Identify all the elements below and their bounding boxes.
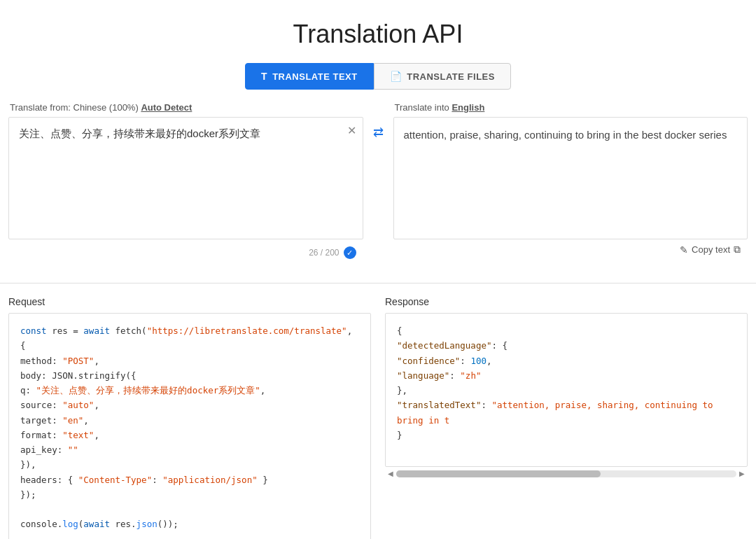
page-title: Translation API (0, 0, 756, 63)
code-token: source: (20, 400, 62, 410)
code-token: "detectedLanguage" (397, 340, 491, 351)
code-token: , (94, 430, 99, 440)
tab-bar: T TRANSLATE TEXT 📄 TRANSLATE FILES (0, 63, 756, 90)
code-token: await (83, 326, 110, 336)
code-line: } (397, 428, 736, 442)
code-token: , (94, 356, 99, 366)
scrollbar-area: ◀ ▶ (385, 467, 748, 477)
scroll-right-arrow[interactable]: ▶ (736, 470, 748, 477)
text-icon: T (261, 71, 267, 82)
code-line: q: "关注、点赞、分享，持续带来最好的docker系列文章", (20, 383, 359, 398)
code-token: json (136, 519, 158, 529)
code-line: }); (20, 487, 359, 502)
swap-button-wrap: ⇄ (363, 102, 393, 143)
code-line: method: "POST", (20, 354, 359, 368)
code-token: ()); (158, 519, 178, 529)
section-divider (0, 283, 756, 284)
output-footer: ✎ Copy text ⧉ (393, 239, 748, 260)
code-line: const res = await fetch("https://libretr… (20, 323, 359, 354)
code-token: : (481, 400, 491, 410)
pencil-icon: ✎ (680, 244, 688, 255)
code-token: "POST" (62, 356, 94, 366)
code-line: }, (397, 383, 736, 398)
response-label: Response (385, 296, 748, 307)
code-token: "关注、点赞、分享，持续带来最好的docker系列文章" (36, 385, 260, 396)
code-gap (371, 296, 385, 539)
code-token: target: (20, 415, 62, 426)
tab-translate-text-label: TRANSLATE TEXT (272, 71, 358, 82)
code-token: "confidence" (397, 356, 460, 366)
source-panel: Translate from: Chinese (100%) Auto Dete… (8, 102, 363, 263)
code-section: Request const res = await fetch("https:/… (0, 296, 756, 539)
source-text-input[interactable]: 关注、点赞、分享，持续带来最好的docker系列文章 (8, 117, 363, 239)
code-token: await (83, 519, 110, 529)
code-token: : { (491, 340, 507, 351)
code-line: { (397, 323, 736, 338)
code-token: }), (20, 459, 36, 470)
code-token: console. (20, 519, 62, 529)
target-lang-label: Translate into English (393, 102, 748, 113)
scrollbar-track[interactable] (396, 470, 736, 477)
tab-translate-files[interactable]: 📄 TRANSLATE FILES (374, 63, 511, 90)
request-panel: Request const res = await fetch("https:/… (8, 296, 371, 539)
code-token: "Content-Type" (78, 475, 152, 485)
target-lang-link[interactable]: English (451, 102, 484, 113)
code-line: target: "en", (20, 413, 359, 428)
code-token: }, (397, 385, 407, 396)
code-line: headers: { "Content-Type": "application/… (20, 472, 359, 487)
code-token: headers: { (20, 475, 78, 485)
copy-icon: ⧉ (734, 244, 741, 255)
code-line: }), (20, 457, 359, 472)
response-code-box: { "detectedLanguage": { "confidence": 10… (385, 313, 748, 467)
code-token: : (460, 356, 470, 366)
code-token: "zh" (460, 370, 481, 381)
request-label: Request (8, 296, 371, 307)
tab-translate-text[interactable]: T TRANSLATE TEXT (245, 63, 374, 90)
copy-text-label: Copy text (692, 244, 730, 255)
translated-output: attention, praise, sharing, continuing t… (393, 117, 748, 239)
code-token: "en" (62, 415, 83, 426)
code-line: "translatedText": "attention, praise, sh… (397, 398, 736, 428)
code-token: res = (47, 326, 84, 336)
code-token: { (397, 326, 402, 336)
scroll-left-arrow[interactable]: ◀ (385, 470, 396, 477)
code-token: body: JSON.stringify({ (20, 370, 136, 381)
code-line: body: JSON.stringify({ (20, 368, 359, 383)
code-token: q: (20, 385, 36, 396)
code-line (20, 502, 359, 517)
code-token: "auto" (62, 400, 94, 410)
code-token: "translatedText" (397, 400, 481, 410)
code-token: api_key: (20, 444, 68, 455)
swap-language-button[interactable]: ⇄ (370, 122, 386, 143)
code-token: , (83, 415, 89, 426)
code-line: format: "text", (20, 428, 359, 442)
copy-text-button[interactable]: ✎ Copy text ⧉ (680, 244, 741, 255)
response-panel: Response { "detectedLanguage": { "confid… (385, 296, 748, 539)
source-lang-label: Translate from: Chinese (100%) Auto Dete… (8, 102, 363, 113)
code-line: "language": "zh" (397, 368, 736, 383)
code-token: method: (20, 356, 62, 366)
code-token: res. (110, 519, 136, 529)
file-icon: 📄 (390, 71, 402, 82)
code-token: }); (20, 489, 36, 500)
code-token: "" (68, 444, 78, 455)
clear-input-button[interactable]: ✕ (347, 124, 356, 137)
code-token: log (62, 519, 78, 529)
code-line: console.log(await res.json()); (20, 517, 359, 531)
code-token: 100 (470, 356, 486, 366)
tab-translate-files-label: TRANSLATE FILES (407, 71, 495, 82)
code-line: source: "auto", (20, 398, 359, 412)
code-line: "detectedLanguage": { (397, 338, 736, 353)
check-icon: ✓ (344, 246, 356, 259)
scrollbar-thumb[interactable] (396, 470, 601, 477)
code-token: } (258, 475, 268, 485)
code-token: , (260, 385, 266, 396)
code-token: : (152, 475, 162, 485)
char-count: 26 / 200 (309, 248, 339, 258)
code-token: , (486, 356, 492, 366)
auto-detect-link[interactable]: Auto Detect (141, 102, 192, 113)
code-line: api_key: "" (20, 442, 359, 457)
code-token: "https://libretranslate.com/translate" (147, 326, 347, 336)
target-panel: Translate into English attention, praise… (393, 102, 748, 260)
code-token: : (449, 370, 460, 381)
